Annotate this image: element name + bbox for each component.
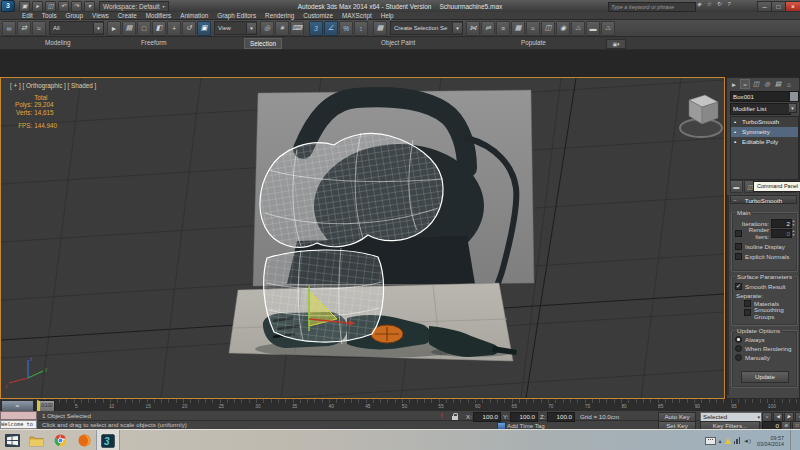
iterations-spinner[interactable]: 2 [771, 219, 792, 228]
menu-item[interactable]: Help [381, 12, 394, 19]
search-input[interactable]: Type a keyword or phrase [608, 2, 696, 12]
command-panel-tab[interactable]: ◫ [751, 79, 761, 89]
ribbon-tab-modeling[interactable]: Modeling [40, 38, 76, 47]
show-desktop-button[interactable] [790, 430, 795, 450]
snap-toggle-icon[interactable]: ↕ [354, 21, 368, 36]
selection-lock-warning-icon[interactable]: ! [438, 412, 446, 420]
modifier-list-dropdown[interactable]: Modifier List [730, 103, 791, 115]
view-cube[interactable] [680, 95, 722, 137]
named-selection-sets-dropdown[interactable]: Create Selection Se▼ [390, 21, 463, 35]
menu-item[interactable]: Views [92, 12, 109, 19]
toolbar-icon[interactable]: ◫ [541, 21, 555, 36]
infocenter-icon[interactable]: ↻ [714, 0, 724, 9]
lock-selection-icon[interactable] [452, 413, 458, 420]
application-menu-icon[interactable]: 3 [1, 0, 15, 12]
smoothing-groups-checkbox[interactable] [744, 309, 751, 316]
menu-item[interactable]: Customize [303, 12, 333, 19]
toolbar-icon[interactable]: ▤ [122, 21, 136, 36]
ribbon-tab-object-paint[interactable]: Object Paint [376, 38, 420, 47]
command-panel-tab[interactable]: ⌂ [784, 79, 794, 89]
network-icon[interactable] [734, 437, 741, 444]
menu-item[interactable]: Modifiers [146, 12, 172, 19]
spinner-arrows-icon[interactable]: ▲▼ [792, 229, 797, 238]
add-time-tag[interactable]: Add Time Tag [507, 422, 545, 429]
qat-icon[interactable]: ↷ [71, 1, 82, 12]
snap-toggle-icon[interactable]: 3 [309, 21, 323, 36]
menu-item[interactable]: Edit [22, 12, 33, 19]
maxscript-mini-listener-white[interactable]: Welcome to M [0, 420, 37, 429]
y-coordinate-field[interactable]: 100.0 [510, 412, 538, 422]
reference-coordinate-dropdown[interactable]: View▼ [214, 21, 257, 35]
3ds-max-taskbar-icon[interactable]: 3 [96, 430, 120, 450]
action-center-warning-icon[interactable] [725, 438, 731, 444]
when-rendering-radio[interactable] [735, 345, 742, 352]
toolbar-icon[interactable]: + [167, 21, 181, 36]
command-panel-tab[interactable]: ≈ [740, 79, 750, 89]
keyboard-layout-icon[interactable] [705, 437, 716, 445]
toolbar-icon[interactable]: □ [137, 21, 151, 36]
menu-item[interactable]: Create [118, 12, 137, 19]
toolbar-icon[interactable]: ⋈ [466, 21, 480, 36]
viewport-canvas[interactable]: x y z [1, 78, 724, 398]
menu-item[interactable]: Rendering [265, 12, 294, 19]
object-name-field[interactable]: Box001 [730, 91, 790, 102]
object-color-swatch[interactable] [789, 91, 799, 102]
rollout-header-turbosmooth[interactable]: − TurboSmooth [730, 195, 797, 204]
viewport[interactable]: x y z [ + ] [ Orthographic ] [ Shaded ] … [0, 77, 725, 399]
taskbar-clock[interactable]: 09:57 03/04/2014 [757, 435, 784, 447]
menu-item[interactable]: Graph Editors [217, 12, 256, 19]
modifier-list-arrow-icon[interactable]: ▼ [788, 103, 797, 113]
qat-icon[interactable]: ▣ [19, 1, 30, 12]
menu-item[interactable]: Tools [42, 12, 57, 19]
toolbar-icon[interactable]: ↺ [182, 21, 196, 36]
modifier-stack-item[interactable]: • TurboSmooth [731, 117, 798, 127]
infocenter-icon[interactable]: ? [724, 0, 734, 9]
smooth-result-checkbox[interactable] [735, 283, 742, 290]
render-iters-checkbox[interactable] [735, 230, 742, 237]
start-button[interactable] [0, 430, 24, 450]
maximize-button[interactable]: □ [771, 1, 786, 12]
explicit-normals-checkbox[interactable] [735, 253, 742, 260]
maxscript-mini-listener-pink[interactable] [0, 411, 37, 420]
ribbon-tab-populate[interactable]: Populate [516, 38, 551, 47]
always-radio[interactable] [735, 336, 742, 343]
firefox-icon[interactable] [72, 430, 96, 450]
render-iters-spinner[interactable]: 0 [771, 229, 792, 238]
qat-icon[interactable]: ↶ [58, 1, 69, 12]
toolbar-icon[interactable]: ≡ [496, 21, 510, 36]
minimize-button[interactable]: ─ [757, 1, 772, 12]
modifier-stack-item[interactable]: • Symmetry [731, 127, 798, 137]
manually-radio[interactable] [735, 354, 742, 361]
panel-scrollbar[interactable] [727, 195, 729, 395]
ribbon-tab-freeform[interactable]: Freeform [136, 38, 172, 47]
command-panel-tab[interactable]: ◎ [762, 79, 772, 89]
toolbar-icon[interactable]: ♨ [601, 21, 615, 36]
modifier-stack-item[interactable]: ▪ Editable Poly [731, 137, 798, 147]
edit-named-selection-sets-icon[interactable]: ▦ [373, 21, 387, 36]
toolbar-icon[interactable]: ⇄ [17, 21, 31, 36]
snap-toggle-icon[interactable]: % [339, 21, 353, 36]
time-ruler[interactable]: 0510152025303540455055606570758085909510… [34, 399, 800, 411]
snap-toggle-icon[interactable]: ∠ [324, 21, 338, 36]
toolbar-icon[interactable]: ► [107, 21, 121, 36]
x-coordinate-field[interactable]: 100.0 [473, 412, 501, 422]
ribbon-tab-selection[interactable]: Selection [244, 38, 282, 49]
menu-item[interactable]: Animation [180, 12, 208, 19]
toolbar-icon[interactable]: ◎ [260, 21, 274, 36]
toolbar-icon[interactable]: ▦ [511, 21, 525, 36]
workspace-dropdown[interactable]: Workspace: Default▾ [99, 1, 169, 12]
toolbar-icon[interactable]: ♨ [571, 21, 585, 36]
update-button[interactable]: Update [741, 371, 789, 383]
ribbon-minimize-icon[interactable]: ▣▾ [606, 39, 626, 49]
volume-icon[interactable]: ◄) [743, 438, 751, 444]
show-hidden-icons-icon[interactable]: ▴ [719, 437, 722, 444]
viewport-label[interactable]: [ + ] [ Orthographic ] [ Shaded ] [10, 82, 96, 89]
command-panel-tab[interactable]: ▤ [773, 79, 783, 89]
menu-item[interactable]: Group [66, 12, 84, 19]
infocenter-icon[interactable]: ☆ [704, 0, 714, 9]
qat-icon[interactable]: ▸ [32, 1, 43, 12]
toolbar-icon[interactable]: ≈ [32, 21, 46, 36]
qat-icon[interactable]: ▾ [84, 1, 95, 12]
stack-button[interactable]: ▬ [730, 180, 743, 193]
infocenter-icon[interactable]: ◈ [694, 0, 704, 9]
